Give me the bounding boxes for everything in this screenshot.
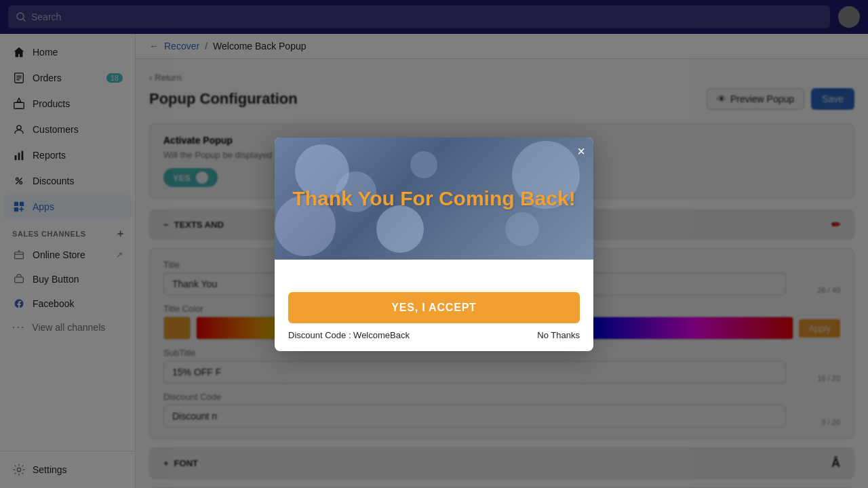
main-content: ← Recover / Welcome Back Popup ‹ Return … <box>136 34 868 488</box>
bokeh-4 <box>505 212 539 246</box>
modal-hero-title: Thank You For Coming Back! <box>292 186 575 211</box>
modal-hero: Thank You For Coming Back! <box>275 138 593 260</box>
modal-footer-row: Discount Code : WelcomeBack No Thanks <box>288 330 580 340</box>
modal-close-button[interactable]: × <box>577 144 585 158</box>
bokeh-5 <box>376 205 424 253</box>
modal-overlay: × Thank You For Coming Back! 15 <box>136 34 868 488</box>
discount-code-display: Discount Code : WelcomeBack <box>288 330 410 340</box>
preview-modal: × Thank You For Coming Back! 15 <box>275 138 593 351</box>
modal-hero-text: Thank You For Coming Back! <box>292 186 575 211</box>
modal-body: YES, I ACCEPT Discount Code : WelcomeBac… <box>275 281 593 351</box>
bokeh-6 <box>410 151 437 178</box>
no-thanks-button[interactable]: No Thanks <box>537 330 580 340</box>
accept-button[interactable]: YES, I ACCEPT <box>288 292 580 323</box>
modal-subtitle-band: 15% OFF FOR YOU! <box>288 260 580 281</box>
